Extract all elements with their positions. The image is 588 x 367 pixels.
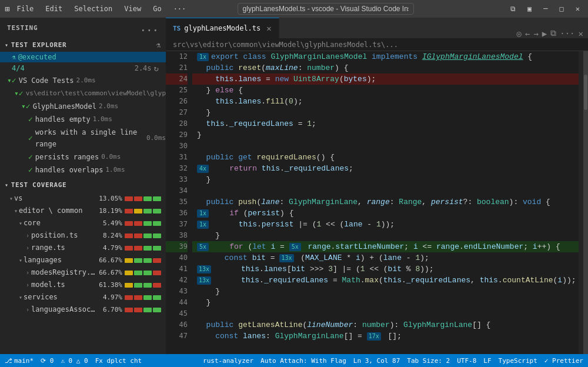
status-encoding[interactable]: UTF-8	[457, 357, 476, 365]
menu-selection[interactable]: Selection	[72, 4, 115, 14]
status-rust[interactable]: rust-analyzer	[203, 357, 253, 365]
more-btn[interactable]: ···	[560, 29, 574, 38]
bar-seg-r3	[143, 246, 152, 251]
status-ln-col[interactable]: Ln 3, Col 87	[353, 357, 400, 365]
cov-bar-lang-assoc	[125, 308, 161, 312]
cov-row-services[interactable]: ▾ services 4.97%	[0, 291, 166, 303]
cov-pct-svc: 4.97%	[99, 292, 122, 303]
cov-pct-vs: 13.05%	[99, 193, 122, 204]
editor-area: TS glyphLanesModel.ts ✕ ◎ ← → ▶ ⧉ ··· ✕ …	[166, 18, 588, 354]
menu-edit[interactable]: Edit	[43, 4, 65, 14]
maximize-btn[interactable]: □	[556, 4, 567, 14]
errors-text: ⚠ 0 △ 0	[61, 357, 88, 365]
cov-row-core[interactable]: ▾ core 5.49%	[0, 217, 166, 229]
code-line-38: }	[192, 230, 579, 241]
close-editor-btn[interactable]: ✕	[579, 29, 583, 38]
bar-seg-1	[125, 196, 133, 201]
status-language[interactable]: TypeScript	[499, 357, 537, 365]
ln-35: 35	[166, 196, 188, 208]
bar-seg-e3	[143, 209, 152, 213]
cov-row-vs[interactable]: ▾ vs 13.05%	[0, 192, 166, 205]
suite-label: VS Code Tests	[19, 75, 74, 86]
cov-row-range[interactable]: › range.ts 4.79%	[0, 242, 166, 254]
test-explorer-header[interactable]: ▾ TEST EXPLORER ⚗	[0, 38, 166, 52]
scrollbar-thumb[interactable]	[584, 75, 587, 110]
test-single-line[interactable]: ✓ works with a single line range 0.0ms	[0, 126, 166, 151]
menu-more[interactable]: ···	[171, 4, 189, 14]
test-label-1: handles empty	[35, 114, 91, 125]
status-errors[interactable]: ⚠ 0 △ 0	[61, 357, 88, 365]
window-controls[interactable]: ⧉ ▣ ─ □ ✕	[507, 4, 583, 14]
test-time-3: 0.0ms	[101, 151, 121, 163]
cov-row-model[interactable]: › model.ts 61.38%	[0, 279, 166, 291]
cov-row-modes[interactable]: › modesRegistry.ts 66.67%	[0, 266, 166, 279]
code-area[interactable]: 1x export class GlyphMarginLanesModel im…	[192, 51, 579, 354]
ln-27: 27	[166, 107, 188, 118]
test-persists[interactable]: ✓ persists ranges 0.0ms	[0, 151, 166, 164]
refresh-icon[interactable]: ↻	[154, 64, 159, 73]
menu-bar[interactable]: File Edit Selection View Go ···	[14, 4, 188, 14]
bar-seg-l1	[125, 258, 133, 263]
nav-fwd-btn[interactable]: →	[533, 29, 538, 38]
filter-icon[interactable]: ⚗	[156, 41, 162, 49]
test-time: 2.4s	[135, 64, 152, 72]
ln-47: 47	[166, 331, 188, 342]
test-coverage-header[interactable]: ▾ TEST COVERAGE	[0, 179, 166, 191]
close-btn[interactable]: ✕	[572, 4, 583, 14]
status-eol[interactable]: LF	[483, 357, 491, 365]
bar-seg-la2	[134, 308, 142, 312]
coverage-chevron: ▾	[5, 182, 9, 188]
cov-label-editor: editor \ common	[19, 205, 99, 216]
menu-file[interactable]: File	[14, 4, 36, 14]
cov-row-languages[interactable]: ▾ languages 66.67%	[0, 254, 166, 266]
minimize-btn[interactable]: ─	[540, 4, 551, 14]
cov-label-core: core	[24, 218, 99, 229]
code-line-35: public push(lane: GlyphMarginLane, range…	[192, 196, 579, 208]
code-line-31: public get requiredLanes() {	[192, 152, 579, 163]
menu-go[interactable]: Go	[151, 4, 163, 14]
status-prettier[interactable]: ✓ Prettier	[544, 357, 583, 365]
cov-bar-editor	[125, 209, 161, 213]
cov-row-lang-assoc[interactable]: › languagesAssociations.ts 6.70%	[0, 303, 166, 316]
vertical-scrollbar[interactable]	[583, 51, 588, 354]
menu-view[interactable]: View	[122, 4, 143, 14]
status-attach[interactable]: Auto Attach: With Flag	[260, 357, 346, 365]
sidebar-more-btn[interactable]: ...	[140, 22, 159, 34]
layout-btn[interactable]: ▣	[524, 4, 535, 14]
bar-seg-r4	[153, 246, 161, 251]
ln-33: 33	[166, 174, 188, 185]
cov-label-lang-assoc: languagesAssociations.ts	[31, 304, 99, 315]
bar-seg-mo2	[134, 283, 142, 288]
run-btn[interactable]: ▶	[542, 29, 547, 38]
cov-pct-editor: 18.19%	[99, 205, 122, 216]
status-sync[interactable]: ⟳ 0	[41, 357, 54, 365]
preview-btn[interactable]: ◎	[517, 29, 522, 38]
test-suite-glyph[interactable]: ▾✓ GlyphLanesModel 2.0ms	[0, 100, 166, 113]
split-editor-btn[interactable]: ⧉	[507, 4, 519, 14]
title-search[interactable]	[238, 3, 414, 15]
bar-seg-r1	[125, 246, 133, 251]
status-ext[interactable]: Fx dplct cht	[95, 357, 142, 365]
status-branch[interactable]: ⎇ main*	[5, 357, 34, 365]
nav-back-btn[interactable]: ←	[525, 29, 530, 38]
badge-41: 13x	[197, 265, 211, 273]
ln-32: 32	[166, 163, 188, 174]
status-tab-size[interactable]: Tab Size: 2	[407, 357, 450, 365]
bar-seg-e4	[153, 209, 161, 213]
active-tab[interactable]: TS glyphLanesModel.ts ✕	[166, 18, 279, 38]
glyph-time: 2.0ms	[99, 101, 118, 112]
test-file-item[interactable]: ▾✓ vs\editor\test\common\viewModel\glyph…	[0, 87, 166, 100]
badge-47: 17x	[367, 332, 381, 341]
bar-seg-p1	[125, 233, 133, 238]
test-suite-vscode[interactable]: ▾✓ VS Code Tests 2.0ms	[0, 74, 166, 87]
tab-close-btn[interactable]: ✕	[266, 24, 271, 33]
split-btn[interactable]: ⧉	[550, 28, 556, 38]
cov-label-range: range.ts	[31, 242, 99, 253]
test-overlaps[interactable]: ✓ handles overlaps 1.0ms	[0, 164, 166, 176]
cov-chevron-svc: ▾	[19, 292, 22, 303]
cov-row-editor[interactable]: ▾ editor \ common 18.19%	[0, 205, 166, 217]
tab-filename: glyphLanesModel.ts	[184, 24, 260, 32]
test-handles-empty[interactable]: ✓ handles empty 1.0ms	[0, 113, 166, 126]
code-line-29: }	[192, 129, 579, 141]
cov-row-position[interactable]: › position.ts 8.24%	[0, 229, 166, 242]
